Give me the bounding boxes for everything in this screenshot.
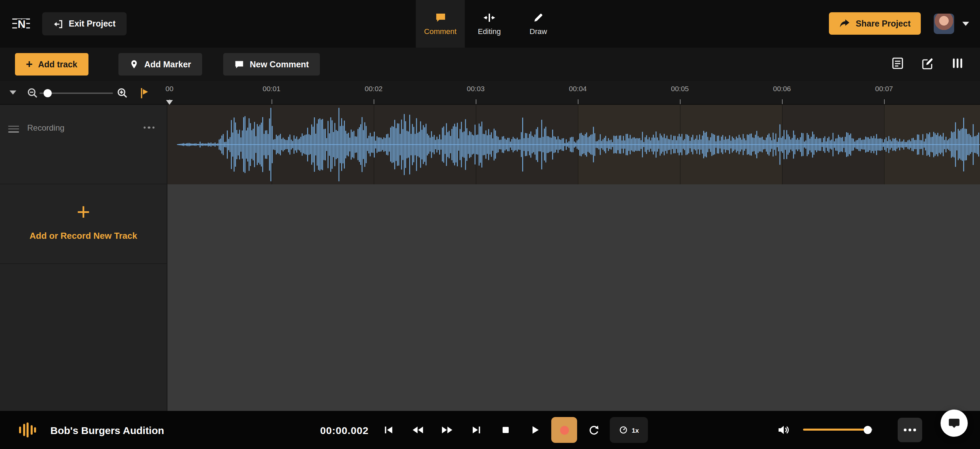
time-label: 00:04 <box>569 84 587 92</box>
tab-comment-label: Comment <box>424 27 456 35</box>
zoom-slider[interactable] <box>40 92 113 94</box>
exit-project-label: Exit Project <box>69 19 116 29</box>
skip-to-start-button[interactable] <box>375 417 401 443</box>
volume-slider-knob[interactable] <box>864 425 872 434</box>
new-comment-label: New Comment <box>250 60 309 69</box>
time-label: 00:02 <box>365 84 383 92</box>
exit-project-button[interactable]: Exit Project <box>42 12 127 35</box>
speed-value: 1x <box>632 426 639 434</box>
time-tick <box>680 99 681 104</box>
zoom-slider-knob[interactable] <box>43 89 52 97</box>
user-avatar[interactable] <box>934 14 954 34</box>
track-name: Recording <box>27 123 64 133</box>
edit-toolbar: + Add track Add Marker New Comment <box>0 48 980 81</box>
transport-controls: 1x <box>375 417 648 443</box>
share-icon <box>840 18 850 29</box>
tracks-sidebar: + Add or Record New Track <box>0 184 167 411</box>
add-track-section[interactable]: + Add or Record New Track <box>0 184 167 264</box>
notes-panel-icon[interactable] <box>889 54 907 72</box>
time-tick <box>272 99 272 104</box>
audio-waveform <box>167 105 980 184</box>
marker-icon <box>129 59 139 70</box>
mixer-panel-icon[interactable] <box>949 54 966 72</box>
add-track-button[interactable]: + Add track <box>15 53 88 76</box>
chat-icon <box>947 416 961 430</box>
play-button[interactable] <box>522 417 548 443</box>
speed-dial-icon <box>619 425 628 435</box>
more-options-button[interactable] <box>898 418 922 442</box>
playback-speed-button[interactable]: 1x <box>610 417 648 443</box>
volume-icon[interactable] <box>777 424 789 436</box>
timeline-canvas[interactable] <box>167 184 980 411</box>
time-label: 00:03 <box>467 84 485 92</box>
time-tick <box>476 99 476 104</box>
stop-button[interactable] <box>493 417 519 443</box>
transport-bar: Bob's Burgers Audition 00:00.002 <box>0 411 980 449</box>
record-button[interactable] <box>551 417 577 443</box>
time-tick <box>884 99 885 104</box>
comment-icon <box>434 12 446 23</box>
plus-icon: + <box>76 200 90 223</box>
timeline-ruler[interactable]: 00 00:01 00:02 00:03 00:04 00:05 00:06 0… <box>0 81 980 105</box>
add-track-label: Add track <box>38 60 77 69</box>
track-header[interactable]: Recording <box>0 105 167 184</box>
new-comment-button[interactable]: New Comment <box>223 53 320 76</box>
tab-draw-label: Draw <box>530 27 547 35</box>
panel-toggle-icons <box>889 54 966 72</box>
zoom-out-icon[interactable] <box>27 88 38 98</box>
add-marker-button[interactable]: Add Marker <box>118 53 202 76</box>
top-bar: N Exit Project Comment <box>0 0 980 48</box>
zoom-in-icon[interactable] <box>117 88 128 98</box>
tab-editing-label: Editing <box>478 27 501 35</box>
draw-icon <box>533 12 544 23</box>
follow-playhead-pin-icon[interactable] <box>139 87 150 99</box>
svg-text:N: N <box>18 18 25 30</box>
exit-icon <box>53 19 63 29</box>
tab-draw[interactable]: Draw <box>514 0 563 48</box>
track-drag-handle-icon[interactable] <box>8 124 19 134</box>
app-logo-icon[interactable]: N <box>12 16 30 31</box>
track-options-icon[interactable] <box>143 127 154 129</box>
time-tick <box>374 99 374 104</box>
skip-to-end-button[interactable] <box>463 417 489 443</box>
time-display: 00:00.002 <box>304 425 385 436</box>
time-label: 00 <box>165 84 173 92</box>
add-or-record-label: Add or Record New Track <box>0 231 167 241</box>
rewind-button[interactable] <box>405 417 431 443</box>
ellipsis-icon <box>904 429 916 431</box>
app-window: N Exit Project Comment <box>0 0 980 449</box>
time-label: 00:05 <box>671 84 689 92</box>
playhead-marker[interactable] <box>166 100 173 105</box>
project-title: Bob's Burgers Audition <box>50 425 164 436</box>
account-menu-caret-icon[interactable] <box>962 22 969 26</box>
volume-slider[interactable] <box>803 428 872 431</box>
project-waveform-icon <box>19 422 36 438</box>
time-tick <box>578 99 579 104</box>
time-label: 00:01 <box>263 84 281 92</box>
waveform-track[interactable] <box>167 105 980 184</box>
share-project-label: Share Project <box>856 19 911 28</box>
tab-comment[interactable]: Comment <box>416 0 465 48</box>
add-marker-label: Add Marker <box>144 60 191 69</box>
time-label: 00:07 <box>875 84 893 92</box>
loop-button[interactable] <box>581 417 606 443</box>
support-chat-button[interactable] <box>940 409 968 437</box>
time-label: 00:06 <box>773 84 791 92</box>
edit-note-panel-icon[interactable] <box>919 54 937 72</box>
fast-forward-button[interactable] <box>434 417 460 443</box>
record-dot-icon <box>560 425 569 435</box>
tab-editing[interactable]: Editing <box>465 0 514 48</box>
time-tick <box>782 99 783 104</box>
editing-icon <box>483 12 495 23</box>
collapse-caret-icon[interactable] <box>10 90 16 95</box>
share-project-button[interactable]: Share Project <box>829 12 921 35</box>
comment-icon <box>234 60 244 69</box>
mode-tabs: Comment Editing Draw <box>416 0 563 48</box>
